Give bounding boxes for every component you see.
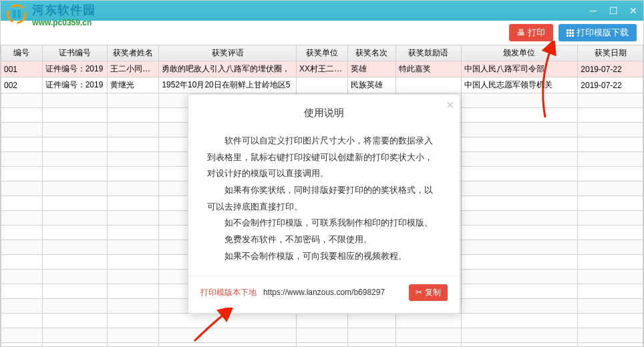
header-rank[interactable]: 获奖名次 xyxy=(348,45,396,61)
header-issuer[interactable]: 颁发单位 xyxy=(461,45,578,61)
header-num[interactable]: 编号 xyxy=(1,45,43,61)
cell-rank[interactable]: 英雄 xyxy=(348,61,396,77)
table-row-empty xyxy=(1,314,643,328)
grid-icon xyxy=(567,29,574,37)
cell-date[interactable]: 2019-07-22 xyxy=(578,61,643,77)
cell-comment[interactable]: 1952年10月20日在朝鲜上甘岭地区5 xyxy=(159,77,297,93)
header-encourage[interactable]: 获奖鼓励语 xyxy=(395,45,461,61)
close-button[interactable]: ✕ xyxy=(623,1,643,21)
minimize-button[interactable]: ─ xyxy=(583,1,603,21)
template-url: https://www.lanzous.com/b698297 xyxy=(263,288,402,297)
modal-paragraph: 如不会制作打印模版，可联系我制作相印的打印模版。 xyxy=(207,215,441,232)
modal-close-button[interactable]: ✕ xyxy=(446,99,454,111)
print-button-label: 打印 xyxy=(528,27,545,39)
cell-unit[interactable] xyxy=(296,77,347,93)
cell-cert[interactable]: 证件编号：2019 xyxy=(42,61,108,77)
table-row-empty xyxy=(1,328,643,343)
titlebar: ─ ☐ ✕ xyxy=(1,1,643,21)
header-cert[interactable]: 证书编号 xyxy=(42,45,108,61)
modal-paragraph: 免费发布软件，不加密码，不限使用。 xyxy=(207,232,441,248)
cell-num[interactable]: 002 xyxy=(1,77,43,93)
cell-date[interactable]: 2019-07-22 xyxy=(578,77,643,93)
cell-issuer[interactable]: 中国人民八路军司令部 xyxy=(461,61,578,77)
cell-issuer[interactable]: 中国人民志愿军领导机关 xyxy=(461,77,578,93)
cell-encourage[interactable]: 特此嘉奖 xyxy=(395,61,461,77)
cell-num[interactable]: 001 xyxy=(1,61,43,77)
instructions-modal: ✕ 使用说明 软件可以自定义打印图片尺寸大小，将需要的数据录入到表格里，鼠标右键… xyxy=(188,94,460,314)
modal-body: 软件可以自定义打印图片尺寸大小，将需要的数据录入到表格里，鼠标右键打印按键可以创… xyxy=(188,127,460,276)
modal-paragraph: 软件可以自定义打印图片尺寸大小，将需要的数据录入到表格里，鼠标右键打印按键可以创… xyxy=(207,133,441,182)
header-date[interactable]: 获奖日期 xyxy=(578,45,643,61)
table-row[interactable]: 002证件编号：2019黄继光1952年10月20日在朝鲜上甘岭地区5民族英雄中… xyxy=(1,77,643,93)
toolbar: 🖶 打印 打印模版下载 xyxy=(1,21,643,45)
print-button[interactable]: 🖶 打印 xyxy=(509,24,553,41)
cell-rank[interactable]: 民族英雄 xyxy=(348,77,396,93)
modal-paragraph: 如果有你奖状纸，同时排版好要打印的的奖状格式，以可以去掉底图直接打印。 xyxy=(207,182,441,215)
table-row[interactable]: 001证件编号：2019王二小同学：勇敢的吧敌人引入八路军的埋伏圈，XX村王二小… xyxy=(1,61,643,77)
copy-button-label: 复制 xyxy=(425,287,441,298)
template-download-button[interactable]: 打印模版下载 xyxy=(558,24,637,41)
modal-footer: 打印模版本下地 https://www.lanzous.com/b698297 … xyxy=(188,276,460,313)
scissors-icon: ✂ xyxy=(416,288,422,297)
printer-icon: 🖶 xyxy=(517,28,525,37)
modal-paragraph: 如果不会制作模版，可向我要相应的视频教程。 xyxy=(207,248,441,265)
template-url-label: 打印模版本下地 xyxy=(200,287,257,298)
copy-button[interactable]: ✂ 复制 xyxy=(409,284,448,301)
cell-encourage[interactable] xyxy=(395,77,461,93)
cell-name[interactable]: 黄继光 xyxy=(108,77,159,93)
maximize-button[interactable]: ☐ xyxy=(603,1,623,21)
cell-cert[interactable]: 证件编号：2019 xyxy=(42,77,108,93)
header-comment[interactable]: 获奖评语 xyxy=(159,45,297,61)
table-row-empty xyxy=(1,343,643,347)
template-button-label: 打印模版下载 xyxy=(577,27,629,39)
header-name[interactable]: 获奖者姓名 xyxy=(108,45,159,61)
cell-name[interactable]: 王二小同学： xyxy=(108,61,159,77)
cell-unit[interactable]: XX村王二小家 xyxy=(296,61,347,77)
header-unit[interactable]: 获奖单位 xyxy=(296,45,347,61)
modal-title: 使用说明 xyxy=(188,95,460,127)
cell-comment[interactable]: 勇敢的吧敌人引入八路军的埋伏圈， xyxy=(159,61,297,77)
